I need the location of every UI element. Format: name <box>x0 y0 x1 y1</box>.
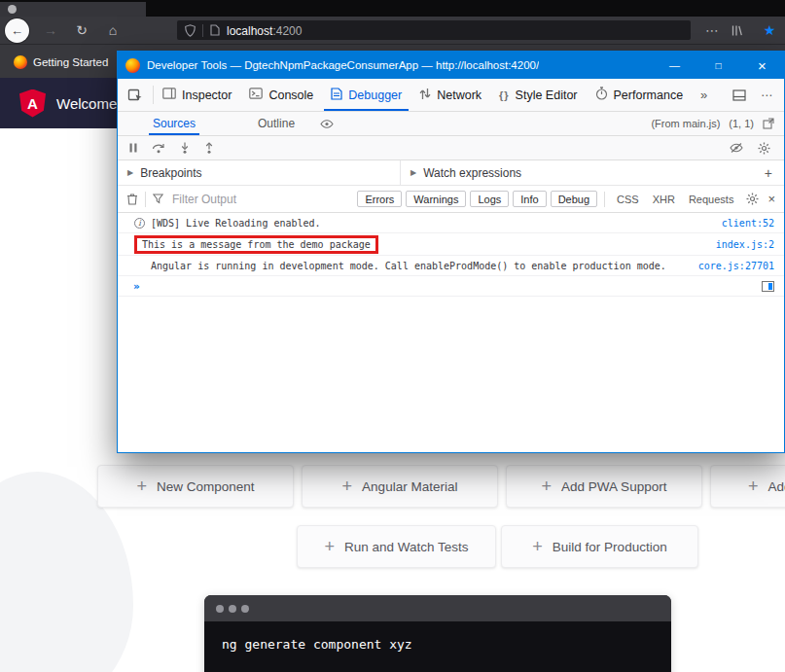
tab-inspector[interactable]: Inspector <box>154 79 240 111</box>
source-link[interactable]: client:52 <box>712 218 774 229</box>
tab-label: Network <box>437 88 482 102</box>
add-pwa-support-button[interactable]: + Add PWA Support <box>506 465 702 508</box>
debugger-panes-row: ▶ Breakpoints ▶ Watch expressions + <box>118 160 784 186</box>
console-empty-area <box>118 297 784 452</box>
devtools-window-title: Developer Tools — DgtechNpmPackageConsum… <box>147 59 539 71</box>
filter-requests-button[interactable]: Requests <box>684 192 738 206</box>
pause-icon[interactable] <box>129 143 137 153</box>
step-out-icon[interactable] <box>204 142 214 154</box>
app-title: Welcome <box>56 95 117 112</box>
tab-label: Inspector <box>182 88 232 102</box>
firefox-icon <box>125 58 140 73</box>
console-settings-gear-icon[interactable] <box>746 193 759 205</box>
source-link[interactable]: core.js:27701 <box>689 261 774 271</box>
node-picker-icon[interactable] <box>118 79 153 111</box>
close-window-button[interactable]: × <box>740 52 784 79</box>
source-link[interactable]: index.js:2 <box>706 239 774 250</box>
console-message-text: This is a message from the demo package <box>142 239 371 250</box>
button-label: New Component <box>157 479 255 494</box>
urlbar-separator <box>202 24 203 37</box>
step-in-icon[interactable] <box>180 142 190 154</box>
highlight-annotation-box: This is a message from the demo package <box>134 235 378 254</box>
minimize-button[interactable]: — <box>653 52 696 79</box>
filter-logs-button[interactable]: Logs <box>470 191 509 207</box>
breakpoints-label: Breakpoints <box>140 166 201 180</box>
tab-performance[interactable]: Performance <box>587 79 693 111</box>
filter-css-button[interactable]: CSS <box>612 192 644 206</box>
step-over-icon[interactable] <box>152 142 165 154</box>
url-text: localhost:4200 <box>227 21 302 39</box>
plus-icon: + <box>542 477 553 497</box>
pop-out-icon[interactable] <box>763 118 774 129</box>
console-input-row[interactable]: » <box>118 276 784 297</box>
tab-console[interactable]: Console <box>240 79 322 111</box>
firefox-favicon-icon <box>14 55 27 69</box>
clear-console-trash-icon[interactable] <box>126 193 138 205</box>
filter-separator <box>145 192 146 207</box>
split-console-icon[interactable] <box>726 79 753 111</box>
console-message-text: Angular is running in development mode. … <box>151 261 666 271</box>
more-tabs-chevron-icon[interactable]: » <box>692 79 716 111</box>
funnel-icon <box>153 194 163 204</box>
console-message-row: Angular is running in development mode. … <box>118 256 784 276</box>
debugger-command-bar <box>118 136 784 160</box>
filter-output-input[interactable]: Filter Output <box>172 193 236 206</box>
forward-button[interactable]: → <box>39 17 62 44</box>
eye-icon[interactable] <box>320 120 334 128</box>
gear-icon[interactable] <box>758 142 770 155</box>
tab-style-editor[interactable]: {} Style Editor <box>490 79 586 111</box>
bookmark-star-icon[interactable]: ★ <box>759 17 780 44</box>
tab-outline[interactable]: Outline <box>254 112 299 135</box>
filter-debug-button[interactable]: Debug <box>551 191 597 207</box>
library-icon[interactable] <box>731 23 743 41</box>
tab-network[interactable]: Network <box>410 79 490 111</box>
bookmark-getting-started[interactable]: Getting Started <box>7 52 115 72</box>
address-bar[interactable]: localhost:4200 <box>177 20 691 40</box>
page-info-icon[interactable] <box>210 24 220 36</box>
console-filter-bar: Filter Output Errors Warnings Logs Info … <box>118 186 784 213</box>
filter-xhr-button[interactable]: XHR <box>648 192 680 206</box>
tab-sources[interactable]: Sources <box>149 112 199 135</box>
devtools-menu-icon[interactable]: ⋯ <box>753 79 780 111</box>
back-button[interactable]: ← <box>5 18 29 43</box>
maximize-button[interactable]: □ <box>696 52 740 79</box>
home-button[interactable]: ⌂ <box>101 17 125 44</box>
add-watch-expression-button[interactable]: + <box>765 165 784 181</box>
filter-warnings-button[interactable]: Warnings <box>406 191 466 207</box>
close-console-icon[interactable]: × <box>767 192 775 206</box>
browser-tab[interactable] <box>0 2 146 17</box>
build-for-production-button[interactable]: + Build for Production <box>501 525 698 568</box>
terminal-dot-icon <box>216 605 224 613</box>
filter-errors-button[interactable]: Errors <box>357 191 402 207</box>
new-component-button[interactable]: + New Component <box>97 465 294 508</box>
terminal-command: ng generate component xyz <box>204 621 671 667</box>
tab-label: Style Editor <box>516 88 578 102</box>
terminal-panel: ng generate component xyz <box>204 595 671 672</box>
tracking-protection-shield-icon[interactable] <box>185 24 196 37</box>
add-dependency-button[interactable]: + Add Dependency <box>710 465 785 508</box>
plus-icon: + <box>324 537 335 557</box>
navigation-toolbar: ← → ↻ ⌂ localhost:4200 ⋯ ★ <box>0 17 785 44</box>
console-sidebar-toggle-icon[interactable] <box>762 281 774 292</box>
refresh-button[interactable]: ↻ <box>70 17 93 44</box>
breakpoints-pane-header[interactable]: ▶ Breakpoints <box>118 160 400 185</box>
plus-icon: + <box>342 477 353 497</box>
angular-material-button[interactable]: + Angular Material <box>302 465 498 508</box>
filter-info-button[interactable]: Info <box>513 191 546 207</box>
run-and-watch-tests-button[interactable]: + Run and Watch Tests <box>297 525 496 568</box>
info-icon: i <box>134 218 145 229</box>
button-label: Run and Watch Tests <box>344 540 469 554</box>
network-icon <box>419 88 431 103</box>
ignore-exceptions-eye-icon[interactable] <box>730 143 743 153</box>
source-file-label: (From main.js) <box>651 118 720 129</box>
watch-expressions-pane-header[interactable]: ▶ Watch expressions + <box>400 160 784 185</box>
terminal-dot-icon <box>241 605 249 613</box>
tab-debugger[interactable]: Debugger <box>322 79 410 111</box>
console-message-row: This is a message from the demo package … <box>118 233 784 256</box>
page-actions-icon[interactable]: ⋯ <box>700 17 724 44</box>
tab-favicon-icon <box>8 5 17 14</box>
button-label: Add Dependency <box>767 479 785 494</box>
plus-icon: + <box>748 477 759 497</box>
cursor-position: (1, 1) <box>729 118 754 129</box>
tab-label: Console <box>268 88 313 102</box>
